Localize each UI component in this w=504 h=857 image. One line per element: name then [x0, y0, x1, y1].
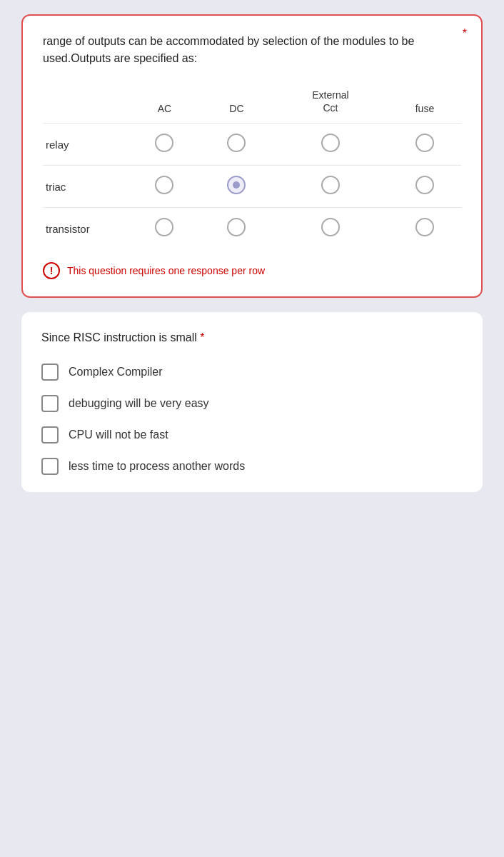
cell-relay-dc[interactable] [201, 124, 273, 166]
radio-relay-ac[interactable] [155, 134, 173, 152]
col-header-empty [43, 84, 128, 124]
error-text: This question requires one response per … [67, 265, 265, 276]
question-text-1: range of outputs can be accommodated by … [43, 33, 461, 67]
radio-triac-ext[interactable] [321, 176, 340, 194]
row-label-triac: triac [43, 166, 128, 208]
col-header-fuse: fuse [388, 84, 461, 124]
radio-transistor-dc[interactable] [227, 218, 246, 236]
checkbox-item-0[interactable]: Complex Compiler [41, 364, 463, 381]
checkbox-0[interactable] [41, 364, 59, 381]
col-header-ac: AC [128, 84, 201, 124]
checkbox-label-1: debugging will be very easy [69, 397, 209, 410]
radio-transistor-ac[interactable] [155, 218, 173, 236]
question-card-2: Since RISC instruction is small * Comple… [21, 312, 483, 492]
cell-relay-ac[interactable] [128, 124, 201, 166]
row-label-transistor: transistor [43, 208, 128, 250]
cell-transistor-fuse[interactable] [388, 208, 461, 250]
question-card-1: * range of outputs can be accommodated b… [21, 14, 483, 298]
cell-triac-dc[interactable] [201, 166, 273, 208]
required-star-2: * [200, 331, 204, 344]
radio-triac-dc[interactable] [227, 176, 246, 194]
checkbox-label-2: CPU will not be fast [69, 428, 168, 441]
checkbox-2[interactable] [41, 426, 59, 443]
cell-transistor-ac[interactable] [128, 208, 201, 250]
cell-transistor-dc[interactable] [201, 208, 273, 250]
checkbox-list: Complex Compiler debugging will be very … [41, 364, 463, 475]
error-message: ! This question requires one response pe… [43, 262, 461, 279]
radio-relay-fuse[interactable] [415, 134, 434, 152]
question-text-2: Since RISC instruction is small * [41, 329, 463, 346]
question-text-2-content: Since RISC instruction is small [41, 331, 197, 344]
cell-triac-fuse[interactable] [388, 166, 461, 208]
error-icon: ! [43, 262, 60, 279]
radio-transistor-fuse[interactable] [415, 218, 434, 236]
cell-relay-ext[interactable] [273, 124, 388, 166]
radio-relay-dc[interactable] [227, 134, 246, 152]
checkbox-3[interactable] [41, 458, 59, 475]
col-header-dc: DC [201, 84, 273, 124]
radio-transistor-ext[interactable] [321, 218, 340, 236]
cell-transistor-ext[interactable] [273, 208, 388, 250]
checkbox-item-3[interactable]: less time to process another words [41, 458, 463, 475]
checkbox-label-3: less time to process another words [69, 460, 245, 473]
cell-relay-fuse[interactable] [388, 124, 461, 166]
checkbox-item-1[interactable]: debugging will be very easy [41, 395, 463, 412]
required-star-1: * [463, 27, 467, 40]
checkbox-1[interactable] [41, 395, 59, 412]
radio-triac-ac[interactable] [155, 176, 173, 194]
matrix-row-transistor: transistor [43, 208, 461, 250]
col-header-ext: ExternalCct [273, 84, 388, 124]
matrix-row-relay: relay [43, 124, 461, 166]
checkbox-label-0: Complex Compiler [69, 366, 163, 379]
matrix-table: AC DC ExternalCct fuse relay triac [43, 84, 461, 249]
cell-triac-ac[interactable] [128, 166, 201, 208]
matrix-row-triac: triac [43, 166, 461, 208]
row-label-relay: relay [43, 124, 128, 166]
cell-triac-ext[interactable] [273, 166, 388, 208]
checkbox-item-2[interactable]: CPU will not be fast [41, 426, 463, 443]
radio-relay-ext[interactable] [321, 134, 340, 152]
radio-triac-fuse[interactable] [415, 176, 434, 194]
